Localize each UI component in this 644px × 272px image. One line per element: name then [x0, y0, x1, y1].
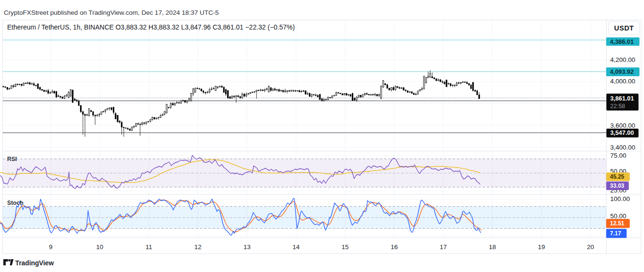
svg-text:17: 17 [440, 243, 447, 251]
svg-text:13: 13 [243, 243, 250, 251]
svg-text:11: 11 [146, 243, 152, 251]
svg-text:4,386.01: 4,386.01 [610, 38, 634, 45]
svg-text:Ethereum / TetherUS, 1h, BINAN: Ethereum / TetherUS, 1h, BINANCE O3,883.… [7, 23, 295, 31]
svg-text:3,600.00: 3,600.00 [610, 122, 635, 129]
svg-text:Stoch: Stoch [7, 200, 23, 206]
svg-text:50.00: 50.00 [610, 212, 626, 220]
svg-text:3,861.01: 3,861.01 [610, 95, 634, 102]
svg-text:16: 16 [391, 243, 398, 251]
svg-text:18: 18 [489, 243, 496, 251]
svg-text:15: 15 [342, 243, 349, 251]
svg-text:33.03: 33.03 [610, 182, 624, 189]
svg-text:7.17: 7.17 [610, 230, 622, 237]
svg-text:75.00: 75.00 [610, 152, 626, 159]
svg-text:CryptoFXStreet published on Tr: CryptoFXStreet published on TradingView.… [4, 9, 219, 16]
svg-text:14: 14 [292, 243, 300, 251]
svg-text:100.00: 100.00 [610, 195, 630, 202]
svg-text:12.51: 12.51 [610, 220, 624, 227]
svg-text:4,093.92: 4,093.92 [610, 68, 634, 75]
svg-text:45.25: 45.25 [610, 173, 624, 180]
svg-text:USDT: USDT [614, 24, 634, 32]
svg-text:RSI: RSI [7, 156, 17, 162]
svg-text:TradingView: TradingView [15, 260, 54, 267]
svg-text:4,200.00: 4,200.00 [610, 56, 635, 63]
svg-text:22:58: 22:58 [610, 103, 625, 110]
svg-text:10: 10 [96, 243, 103, 251]
svg-text:4,000.00: 4,000.00 [610, 78, 635, 85]
svg-text:9: 9 [49, 243, 53, 251]
svg-text:12: 12 [194, 243, 201, 251]
svg-text:3,400.00: 3,400.00 [610, 144, 635, 151]
svg-text:20: 20 [587, 243, 594, 251]
svg-text:19: 19 [538, 243, 545, 251]
svg-text:3,547.00: 3,547.00 [610, 129, 634, 136]
